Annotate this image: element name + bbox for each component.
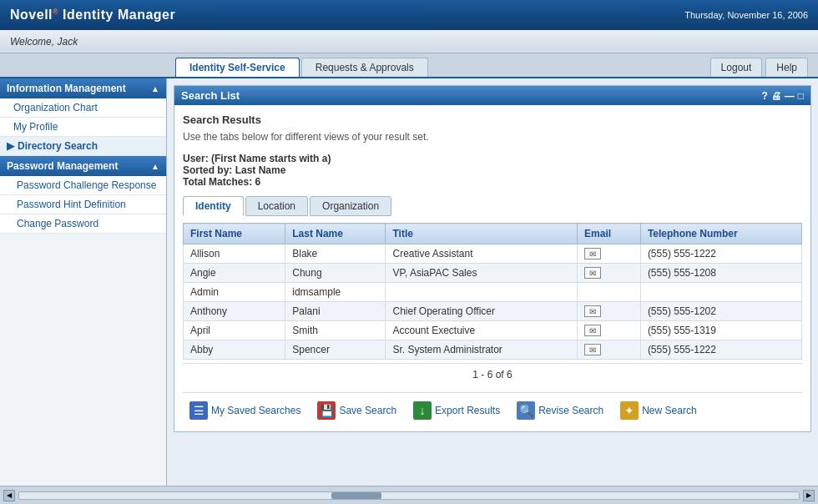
cell-title: VP, AsiaPAC Sales	[386, 264, 578, 283]
sorted-value: Last Name	[235, 164, 286, 176]
cell-email[interactable]: ✉	[578, 340, 641, 360]
cell-last-name: Palani	[285, 302, 386, 321]
panel-title-icons: ? 🖨 — □	[761, 90, 804, 102]
export-results-button[interactable]: ↓ Export Results	[413, 401, 500, 420]
table-row: AbbySpencerSr. System Administrator✉(555…	[184, 340, 802, 360]
user-label: User:	[183, 153, 209, 164]
cell-email[interactable]: ✉	[578, 321, 641, 340]
cell-phone: (555) 555-1319	[640, 321, 801, 340]
sidebar-item-password-challenge[interactable]: Password Challenge Response	[0, 176, 166, 195]
cell-first-name: April	[184, 321, 285, 340]
header-date: Thursday, November 16, 2006	[684, 10, 808, 20]
result-tab-location[interactable]: Location	[245, 196, 308, 216]
print-panel-icon[interactable]: 🖨	[771, 90, 781, 102]
cell-last-name: Blake	[285, 244, 386, 264]
my-saved-searches-button[interactable]: ☰ My Saved Searches	[189, 401, 300, 420]
cell-phone	[640, 283, 801, 302]
result-tabs: Identity Location Organization	[183, 196, 802, 216]
email-icon[interactable]: ✉	[584, 267, 601, 279]
cell-first-name: Angie	[184, 264, 285, 283]
new-search-button[interactable]: ✦ New Search	[620, 401, 696, 420]
sidebar: Information Management ▲ Organization Ch…	[0, 78, 167, 486]
sidebar-section-password-management: Password Management ▲	[0, 156, 166, 176]
sidebar-section-info-label: Information Management	[7, 83, 126, 94]
search-results-label: Search Results	[183, 113, 802, 126]
tab-identity-self-service[interactable]: Identity Self-Service	[175, 58, 300, 77]
user-value: (First Name starts with a)	[211, 153, 331, 164]
help-button[interactable]: Help	[765, 58, 808, 77]
tab-requests-approvals[interactable]: Requests & Approvals	[301, 58, 428, 77]
cell-first-name: Admin	[184, 283, 285, 302]
table-row: AprilSmithAccount Exectuive✉(555) 555-13…	[184, 321, 802, 340]
collapse-icon-password[interactable]: ▲	[151, 162, 159, 171]
pagination: 1 - 6 of 6	[183, 363, 802, 386]
cell-title: Account Exectuive	[386, 321, 578, 340]
sidebar-item-org-chart[interactable]: Organization Chart	[0, 98, 166, 118]
logout-button[interactable]: Logout	[710, 58, 763, 77]
panel-title-bar: Search List ? 🖨 — □	[174, 86, 810, 105]
email-icon[interactable]: ✉	[584, 248, 601, 260]
saved-searches-icon: ☰	[189, 401, 208, 420]
email-icon[interactable]: ✉	[584, 344, 601, 355]
table-row: AngieChungVP, AsiaPAC Sales✉(555) 555-12…	[184, 264, 802, 283]
cell-last-name: Smith	[285, 321, 386, 340]
table-row: Adminidmsample	[184, 283, 802, 302]
app-logo: Novell® Identity Manager	[10, 8, 175, 23]
arrow-icon: ▶	[7, 140, 14, 152]
sidebar-item-directory-search[interactable]: ▶ Directory Search	[0, 137, 166, 156]
total-value: 6	[255, 176, 260, 188]
cell-email[interactable]	[578, 283, 641, 302]
cell-phone: (555) 555-1202	[640, 302, 801, 321]
welcome-text: Welcome, Jack	[10, 36, 78, 48]
cell-email[interactable]: ✉	[578, 264, 641, 283]
email-icon[interactable]: ✉	[584, 325, 601, 336]
cell-title: Sr. System Administrator	[386, 340, 578, 360]
total-label: Total Matches:	[183, 176, 252, 188]
horizontal-scrollbar[interactable]	[18, 491, 800, 500]
scrollbar-area: ◀ ▶	[0, 486, 818, 504]
panel-title: Search List	[181, 89, 240, 102]
sidebar-section-password-label: Password Management	[7, 160, 118, 172]
sidebar-item-my-profile[interactable]: My Profile	[0, 118, 166, 137]
new-search-label: New Search	[642, 405, 696, 416]
maximize-panel-icon[interactable]: □	[798, 90, 804, 102]
minimize-panel-icon[interactable]: —	[785, 90, 795, 102]
content-area: Search List ? 🖨 — □ Search Results Use t…	[167, 78, 818, 486]
cell-email[interactable]: ✉	[578, 244, 641, 264]
new-search-icon: ✦	[620, 401, 639, 420]
col-first-name: First Name	[184, 224, 285, 244]
directory-search-label: Directory Search	[18, 140, 98, 152]
table-row: AllisonBlakeCreative Assistant✉(555) 555…	[184, 244, 802, 264]
scrollbar-thumb[interactable]	[331, 492, 381, 499]
scroll-right-arrow[interactable]: ▶	[803, 490, 815, 501]
revise-search-button[interactable]: 🔍 Revise Search	[517, 401, 603, 420]
collapse-icon[interactable]: ▲	[151, 84, 159, 93]
cell-first-name: Allison	[184, 244, 285, 264]
cell-first-name: Anthony	[184, 302, 285, 321]
save-search-label: Save Search	[339, 405, 396, 416]
save-search-button[interactable]: 💾 Save Search	[317, 401, 396, 420]
action-bar: ☰ My Saved Searches 💾 Save Search ↓ Expo…	[183, 392, 802, 423]
welcome-bar: Welcome, Jack	[0, 30, 818, 53]
scroll-left-arrow[interactable]: ◀	[3, 490, 15, 501]
cell-title: Creative Assistant	[386, 244, 578, 264]
email-icon[interactable]: ✉	[584, 305, 601, 317]
cell-last-name: Spencer	[285, 340, 386, 360]
result-tab-organization[interactable]: Organization	[310, 196, 391, 216]
search-list-panel: Search List ? 🖨 — □ Search Results Use t…	[174, 85, 811, 432]
sorted-label: Sorted by:	[183, 164, 232, 176]
nav-actions: Logout Help	[710, 58, 818, 77]
cell-title	[386, 283, 578, 302]
sidebar-item-password-hint[interactable]: Password Hint Definition	[0, 195, 166, 214]
cell-email[interactable]: ✉	[578, 302, 641, 321]
export-results-icon: ↓	[413, 401, 432, 420]
search-info: User: (First Name starts with a) Sorted …	[183, 153, 802, 188]
results-table: First Name Last Name Title Email Telepho…	[183, 223, 802, 360]
result-tab-identity[interactable]: Identity	[183, 196, 244, 216]
saved-searches-label: My Saved Searches	[211, 405, 300, 416]
export-results-label: Export Results	[435, 405, 500, 416]
sidebar-section-information-management: Information Management ▲	[0, 78, 166, 98]
sidebar-item-change-password[interactable]: Change Password	[0, 214, 166, 234]
app-header: Novell® Identity Manager Thursday, Novem…	[0, 0, 818, 30]
help-panel-icon[interactable]: ?	[761, 90, 767, 102]
